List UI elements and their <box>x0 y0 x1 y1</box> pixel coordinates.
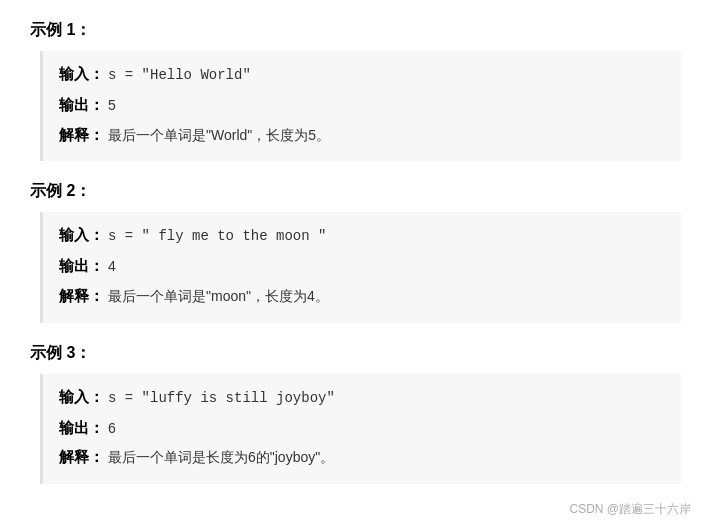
input-row-1: 输入： s = "Hello World" <box>59 61 665 88</box>
input-value-1: s = "Hello World" <box>108 64 251 88</box>
example-title-3: 示例 3： <box>30 343 681 364</box>
example-block-2: 示例 2： 输入： s = " fly me to the moon " 输出：… <box>30 181 681 322</box>
output-row-2: 输出： 4 <box>59 253 665 279</box>
output-value-3: 6 <box>108 417 116 441</box>
explain-row-2: 解释： 最后一个单词是"moon"，长度为4。 <box>59 283 665 309</box>
explain-label-2: 解释： <box>59 283 104 309</box>
output-value-2: 4 <box>108 255 116 279</box>
output-label-3: 输出： <box>59 415 104 441</box>
output-row-3: 输出： 6 <box>59 415 665 441</box>
explain-value-3: 最后一个单词是长度为6的"joyboy"。 <box>108 446 334 470</box>
example-block-3: 示例 3： 输入： s = "luffy is still joyboy" 输出… <box>30 343 681 484</box>
explain-value-2: 最后一个单词是"moon"，长度为4。 <box>108 285 329 309</box>
example-block-1: 示例 1： 输入： s = "Hello World" 输出： 5 解释： 最后… <box>30 20 681 161</box>
input-label-3: 输入： <box>59 384 104 410</box>
example-content-1: 输入： s = "Hello World" 输出： 5 解释： 最后一个单词是"… <box>40 51 681 161</box>
example-title-1: 示例 1： <box>30 20 681 41</box>
input-value-3: s = "luffy is still joyboy" <box>108 387 335 411</box>
explain-label-3: 解释： <box>59 444 104 470</box>
explain-row-1: 解释： 最后一个单词是"World"，长度为5。 <box>59 122 665 148</box>
input-label-1: 输入： <box>59 61 104 87</box>
input-value-2: s = " fly me to the moon " <box>108 225 326 249</box>
output-label-2: 输出： <box>59 253 104 279</box>
explain-value-1: 最后一个单词是"World"，长度为5。 <box>108 124 330 148</box>
input-label-2: 输入： <box>59 222 104 248</box>
input-row-3: 输入： s = "luffy is still joyboy" <box>59 384 665 411</box>
output-label-1: 输出： <box>59 92 104 118</box>
output-value-1: 5 <box>108 94 116 118</box>
input-row-2: 输入： s = " fly me to the moon " <box>59 222 665 249</box>
example-title-2: 示例 2： <box>30 181 681 202</box>
explain-label-1: 解释： <box>59 122 104 148</box>
example-content-3: 输入： s = "luffy is still joyboy" 输出： 6 解释… <box>40 374 681 484</box>
explain-row-3: 解释： 最后一个单词是长度为6的"joyboy"。 <box>59 444 665 470</box>
watermark: CSDN @踏遍三十六岸 <box>569 501 691 518</box>
example-content-2: 输入： s = " fly me to the moon " 输出： 4 解释：… <box>40 212 681 322</box>
output-row-1: 输出： 5 <box>59 92 665 118</box>
